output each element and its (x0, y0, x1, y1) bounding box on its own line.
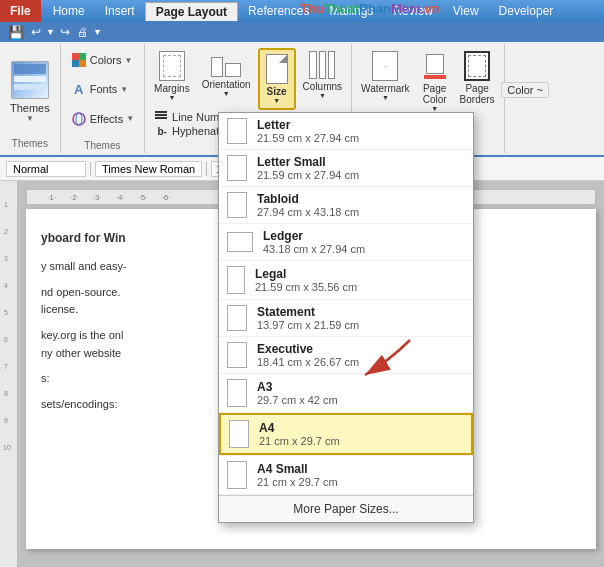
orientation-button[interactable]: Orientation ▼ (197, 48, 256, 100)
color-button[interactable]: Color ~ (501, 82, 549, 98)
effects-icon (71, 111, 87, 127)
size-item-letter-text: Letter 21.59 cm x 27.94 cm (257, 118, 359, 144)
hyphenation-icon: b‐ (155, 125, 169, 137)
paper-icon-tabloid (227, 192, 247, 218)
paper-icon-letter-small (227, 155, 247, 181)
svg-rect-3 (79, 60, 86, 67)
size-item-executive-text: Executive 18.41 cm x 26.67 cm (257, 342, 359, 368)
font-dropdown[interactable]: Times New Roman (95, 161, 202, 177)
size-item-tabloid-text: Tabloid 27.94 cm x 43.18 cm (257, 192, 359, 218)
size-item-legal-text: Legal 21.59 cm x 35.56 cm (255, 267, 357, 293)
paper-icon-a4-small (227, 461, 247, 489)
svg-rect-1 (79, 53, 86, 60)
style-dropdown[interactable]: Normal (6, 161, 86, 177)
themes-group: Themes ▼ Themes (0, 44, 61, 153)
colors-icon (71, 52, 87, 68)
paper-icon-statement (227, 305, 247, 331)
undo-btn[interactable]: ↩ (29, 25, 43, 39)
watermark-icon: ⌁ (372, 51, 398, 81)
tab-developer[interactable]: Developer (489, 2, 564, 21)
effects-button[interactable]: Effects ▼ (67, 109, 138, 129)
save-btn[interactable]: 💾 (6, 25, 26, 40)
toolbar-sep1 (90, 162, 91, 176)
size-dropdown: Letter 21.59 cm x 27.94 cm Letter Small … (218, 112, 474, 523)
themes-options-label: Themes (67, 140, 138, 151)
size-item-executive[interactable]: Executive 18.41 cm x 26.67 cm (219, 337, 473, 374)
size-item-a4[interactable]: A4 21 cm x 29.7 cm (219, 413, 473, 455)
site-logo: ThuThuatPhanMem.vn (300, 1, 439, 16)
size-item-tabloid[interactable]: Tabloid 27.94 cm x 43.18 cm (219, 187, 473, 224)
more-paper-sizes-button[interactable]: More Paper Sizes... (219, 495, 473, 522)
margins-icon (159, 51, 185, 81)
page-color-icon (422, 51, 448, 81)
themes-button[interactable]: Themes ▼ (6, 48, 54, 136)
size-item-statement-text: Statement 13.97 cm x 21.59 cm (257, 305, 359, 331)
redo-btn[interactable]: ↪ (58, 25, 72, 39)
size-item-ledger-text: Ledger 43.18 cm x 27.94 cm (263, 229, 365, 255)
svg-point-5 (76, 113, 82, 125)
themes-dropdown-arrow: ▼ (26, 114, 34, 123)
size-item-a3[interactable]: A3 29.7 cm x 42 cm (219, 374, 473, 413)
size-item-ledger[interactable]: Ledger 43.18 cm x 27.94 cm (219, 224, 473, 261)
tab-insert[interactable]: Insert (95, 2, 145, 21)
svg-rect-0 (72, 53, 79, 60)
tab-view[interactable]: View (443, 2, 489, 21)
size-item-a4-text: A4 21 cm x 29.7 cm (259, 421, 340, 447)
qat-dropdown[interactable]: ▼ (93, 27, 102, 37)
vertical-ruler: 1 2 3 4 5 6 7 8 9 10 (0, 181, 18, 567)
size-item-a4-small[interactable]: A4 Small 21 cm x 29.7 cm (219, 455, 473, 495)
tab-home[interactable]: Home (43, 2, 95, 21)
paper-icon-ledger (227, 232, 253, 252)
orientation-icon (211, 51, 241, 77)
columns-icon (309, 51, 335, 79)
theme-options-group: Colors ▼ A Fonts ▼ Effects ▼ Themes (61, 44, 145, 153)
paper-icon-a4 (229, 420, 249, 448)
watermark-button[interactable]: ⌁ Watermark ▼ (356, 48, 415, 104)
paper-icon-legal (227, 266, 245, 294)
margins-button[interactable]: Margins ▼ (149, 48, 195, 104)
size-dropdown-list[interactable]: Letter 21.59 cm x 27.94 cm Letter Small … (219, 113, 473, 495)
line-numbers-icon (155, 111, 169, 123)
svg-rect-2 (72, 60, 79, 67)
paper-icon-executive (227, 342, 247, 368)
toolbar-sep2 (206, 162, 207, 176)
themes-label: Themes (10, 102, 50, 114)
file-tab[interactable]: File (0, 0, 41, 22)
fonts-button[interactable]: A Fonts ▼ (67, 79, 138, 99)
undo-dropdown[interactable]: ▼ (46, 27, 55, 37)
fonts-icon: A (71, 81, 87, 97)
page-borders-button[interactable]: Page Borders (455, 48, 500, 108)
size-item-statement[interactable]: Statement 13.97 cm x 21.59 cm (219, 300, 473, 337)
themes-group-label: Themes (12, 138, 48, 149)
size-item-letter-small-text: Letter Small 21.59 cm x 27.94 cm (257, 155, 359, 181)
tab-page-layout[interactable]: Page Layout (145, 2, 238, 21)
size-item-letter-small[interactable]: Letter Small 21.59 cm x 27.94 cm (219, 150, 473, 187)
size-icon (266, 54, 288, 84)
svg-point-4 (73, 113, 85, 125)
size-button[interactable]: Size ▼ (258, 48, 296, 110)
themes-icon (11, 61, 49, 99)
size-item-a3-text: A3 29.7 cm x 42 cm (257, 380, 338, 406)
paper-icon-letter (227, 118, 247, 144)
print-preview-btn[interactable]: 🖨 (75, 26, 90, 38)
size-item-a4-small-text: A4 Small 21 cm x 29.7 cm (257, 462, 338, 488)
columns-button[interactable]: Columns ▼ (298, 48, 347, 102)
page-color-button[interactable]: Page Color ▼ (417, 48, 453, 115)
page-borders-icon (464, 51, 490, 81)
paper-icon-a3 (227, 379, 247, 407)
colors-button[interactable]: Colors ▼ (67, 50, 138, 70)
quick-access-toolbar: 💾 ↩ ▼ ↪ 🖨 ▼ (0, 22, 604, 42)
size-item-letter[interactable]: Letter 21.59 cm x 27.94 cm (219, 113, 473, 150)
size-item-legal[interactable]: Legal 21.59 cm x 35.56 cm (219, 261, 473, 300)
